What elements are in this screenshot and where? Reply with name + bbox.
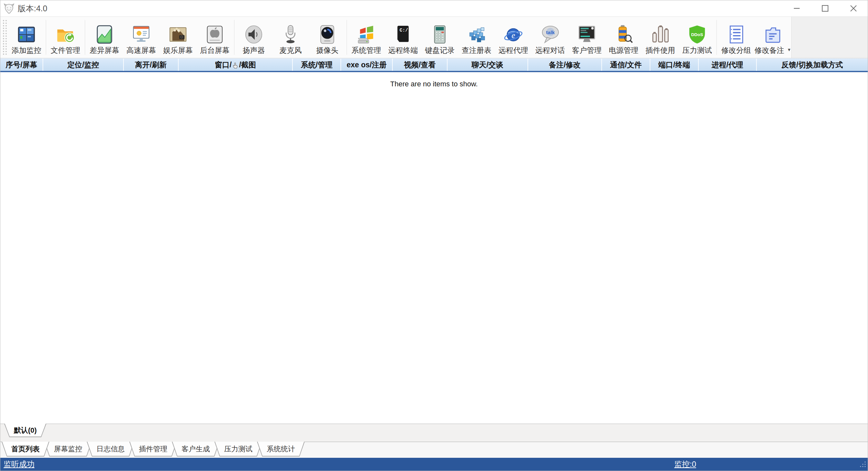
- column-header-label: exe os/注册: [347, 60, 386, 70]
- column-header-label: 备注/修改: [549, 60, 580, 70]
- column-header-1[interactable]: 序号/屏幕: [0, 59, 43, 71]
- group-tab-1[interactable]: 默认(0): [4, 424, 46, 437]
- diff-screen-icon: [94, 25, 115, 44]
- toolbar-button-label-row: 远程代理: [498, 45, 528, 56]
- column-header-12[interactable]: 进程/代理: [699, 59, 757, 71]
- view-tab-6[interactable]: 压力测试: [214, 442, 262, 457]
- column-header-6[interactable]: exe os/注册: [341, 59, 393, 71]
- column-header-label: 序号/屏幕: [5, 60, 37, 70]
- toolbar-button-client-manage[interactable]: 客户管理: [568, 17, 605, 58]
- toolbar-button-label: 插件使用: [646, 45, 675, 56]
- group-tab-strip: 默认(0): [0, 424, 868, 442]
- toolbar-button-modify-group[interactable]: 修改分组: [718, 17, 754, 58]
- close-button[interactable]: [839, 0, 868, 16]
- fast-screen-icon: [131, 25, 151, 44]
- toolbar-group: 系统管理C:/远程终端键盘记录查注册表e远程代理talk远程对话客户管理电源管理…: [348, 17, 715, 58]
- column-header-13[interactable]: 反馈/切换加载方式: [757, 59, 868, 71]
- column-header-4[interactable]: 窗口//截图: [179, 59, 293, 71]
- toolbar-group: 扬声器麦克风摄像头: [236, 17, 346, 58]
- titlebar: 版本:4.0: [0, 0, 868, 16]
- toolbar-button-label: 系统管理: [351, 45, 381, 56]
- view-tab-5[interactable]: 客户生成: [172, 442, 220, 457]
- tab-label: 插件管理: [139, 444, 167, 454]
- toolbar-button-label-row: 压力测试: [682, 45, 712, 56]
- toolbar-button-label: 麦克风: [280, 45, 302, 56]
- toolbar-button-label-row: 添加监控: [11, 45, 41, 56]
- view-tab-7[interactable]: 系统统计: [257, 442, 305, 457]
- toolbar-button-label: 文件管理: [51, 45, 80, 56]
- column-header-label: 离开/刷新: [135, 60, 166, 70]
- view-tab-2[interactable]: 屏幕监控: [44, 442, 92, 457]
- tab-label: 客户生成: [182, 444, 210, 454]
- column-header-10[interactable]: 通信/文件: [602, 59, 650, 71]
- toolbar-separator: [716, 20, 717, 55]
- toolbar-button-label-row: 文件管理: [51, 45, 80, 56]
- toolbar-button-label-row: 娱乐屏幕: [163, 45, 193, 56]
- toolbar-button-plugin[interactable]: 插件使用: [642, 17, 679, 58]
- toolbar-separator: [85, 20, 85, 55]
- toolbar-button-label-row: 查注册表: [462, 45, 491, 56]
- toolbar-button-registry[interactable]: 查注册表: [458, 17, 495, 58]
- column-header-3[interactable]: 离开/刷新: [124, 59, 179, 71]
- view-tab-4[interactable]: 插件管理: [129, 442, 177, 457]
- svg-text:C:/: C:/: [400, 28, 408, 33]
- toolbar-button-label-row: 差异屏幕: [90, 45, 119, 56]
- toolbar-button-system-manage[interactable]: 系统管理: [348, 17, 385, 58]
- toolbar-button-label-row: 修改备注▼: [754, 45, 791, 56]
- toolbar-button-keylogger[interactable]: 键盘记录: [422, 17, 458, 58]
- toolbar-grip-handle[interactable]: [2, 19, 7, 56]
- column-header-9[interactable]: 备注/修改: [528, 59, 602, 71]
- remote-chat-icon: talk: [540, 25, 560, 44]
- toolbar-button-label: 高速屏幕: [126, 45, 156, 56]
- column-header-11[interactable]: 端口/终端: [650, 59, 699, 71]
- toolbar-button-label-row: 后台屏幕: [200, 45, 229, 56]
- toolbar-button-background-screen[interactable]: 后台屏幕: [196, 17, 233, 58]
- column-header-7[interactable]: 视频/查看: [393, 59, 447, 71]
- toolbar-button-label-row: 扬声器: [243, 45, 265, 56]
- resize-grip-icon[interactable]: [859, 460, 866, 469]
- toolbar-dropdown-arrow-icon[interactable]: ▼: [787, 47, 791, 52]
- toolbar-button-stress-test[interactable]: DDoS压力测试: [679, 17, 715, 58]
- app-window: 版本:4.0 添加监控文件管理差异屏幕高速屏幕娱乐屏幕后台屏幕扬声器麦克风摄像头…: [0, 0, 868, 471]
- view-tab-1[interactable]: 首页列表: [2, 442, 49, 457]
- window-title: 版本:4.0: [18, 3, 48, 14]
- column-header-8[interactable]: 聊天/交谈: [447, 59, 528, 71]
- plugin-icon: [650, 25, 670, 44]
- modify-group-icon: [726, 25, 746, 44]
- toolbar-button-power-manage[interactable]: 电源管理: [605, 17, 642, 58]
- column-header-label: 系统/管理: [301, 60, 333, 70]
- toolbar-button-modify-note[interactable]: 修改备注▼: [754, 17, 791, 58]
- toolbar-button-label: 添加监控: [11, 45, 41, 56]
- toolbar-button-fun-screen[interactable]: 娱乐屏幕: [160, 17, 196, 58]
- toolbar-button-label: 远程代理: [498, 45, 528, 56]
- toolbar-button-label: 修改分组: [721, 45, 751, 56]
- toolbar-button-add-monitor[interactable]: 添加监控: [8, 17, 45, 58]
- toolbar-button-remote-terminal[interactable]: C:/远程终端: [385, 17, 422, 58]
- tab-label: 日志信息: [96, 444, 125, 454]
- status-bar: 监听成功 监控:0: [0, 458, 868, 471]
- column-header-label: 视频/查看: [404, 60, 436, 70]
- toolbar-button-label: 客户管理: [572, 45, 602, 56]
- toolbar-button-diff-screen[interactable]: 差异屏幕: [86, 17, 123, 58]
- monitor-count-text: 监控:0: [674, 459, 696, 469]
- column-header-label: 反馈/切换加载方式: [782, 60, 843, 70]
- client-list-area[interactable]: There are no items to show.: [0, 72, 868, 424]
- column-header-5[interactable]: 系统/管理: [293, 59, 341, 71]
- listen-status-text: 监听成功: [4, 459, 34, 469]
- toolbar-button-camera[interactable]: 摄像头: [309, 17, 346, 58]
- column-header-2[interactable]: 定位/监控: [43, 59, 124, 71]
- minimize-button[interactable]: [782, 0, 811, 16]
- toolbar-button-speaker[interactable]: 扬声器: [236, 17, 272, 58]
- toolbar-button-label: 娱乐屏幕: [163, 45, 193, 56]
- maximize-button[interactable]: [811, 0, 839, 16]
- toolbar-button-file-manager[interactable]: 文件管理: [47, 17, 84, 58]
- view-tab-3[interactable]: 日志信息: [87, 442, 134, 457]
- toolbar-button-remote-chat[interactable]: talk远程对话: [532, 17, 568, 58]
- system-manage-icon: [356, 25, 376, 44]
- toolbar-button-microphone[interactable]: 麦克风: [272, 17, 309, 58]
- toolbar-button-remote-proxy[interactable]: e远程代理: [495, 17, 532, 58]
- add-monitor-icon: [17, 25, 36, 44]
- toolbar-button-label: 压力测试: [682, 45, 712, 56]
- toolbar-button-label: 后台屏幕: [200, 45, 229, 56]
- toolbar-button-fast-screen[interactable]: 高速屏幕: [123, 17, 160, 58]
